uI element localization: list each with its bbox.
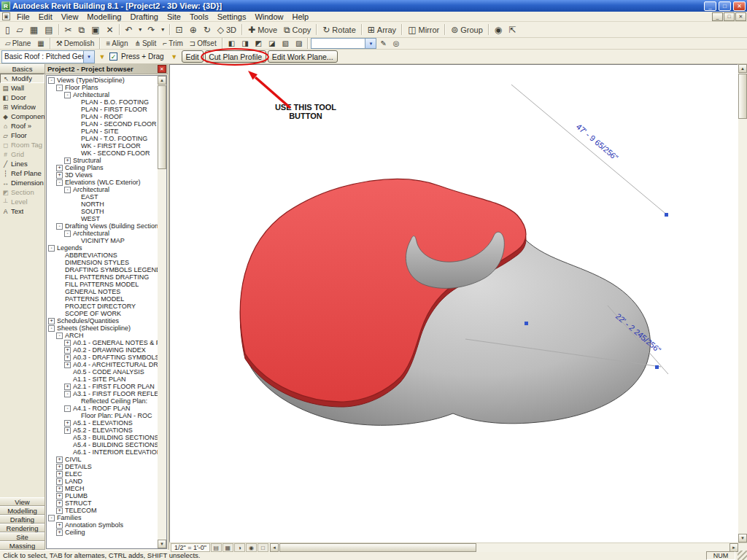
tree-item[interactable]: - Sheets (Sheet Discipline) (47, 324, 158, 332)
tree-item[interactable]: A0.5 - CODE ANALYSIS (47, 368, 158, 376)
offset-button[interactable]: ⊐Offset (187, 39, 220, 49)
grid-surface-button[interactable]: ▦ (34, 39, 47, 49)
tree-item[interactable]: + Annotation Symbols (47, 521, 158, 529)
filter-icon[interactable]: ▼ (169, 51, 180, 63)
cut-button[interactable]: ✂ (62, 23, 75, 36)
tree-toggle[interactable]: + (64, 340, 71, 346)
menu-edit[interactable]: Edit (34, 12, 57, 22)
minimize-button[interactable]: _ (704, 1, 716, 11)
tree-item[interactable]: + A2.1 - FIRST FLOOR PLAN (47, 383, 158, 390)
menu-window[interactable]: Window (250, 12, 287, 22)
shadows-icon[interactable]: ◑ (234, 543, 245, 552)
resize-grip[interactable] (738, 551, 747, 560)
sidebar-item-component[interactable]: ◆ Component (0, 112, 44, 121)
scrollbar-thumb[interactable] (279, 543, 476, 552)
scroll-up-icon[interactable]: ▲ (738, 64, 747, 73)
reference-button[interactable]: ◎ (390, 39, 403, 49)
tree-item[interactable]: - Architectural (47, 230, 158, 237)
browser-scrollbar[interactable]: ▲ ▼ (158, 76, 166, 548)
partition-combo[interactable]: ▼ (311, 38, 376, 49)
tree-item[interactable]: GENERAL NOTES (47, 288, 158, 295)
tab-massing[interactable]: Massing (0, 541, 44, 550)
paint-button[interactable]: ◧ (225, 39, 238, 49)
tree-toggle[interactable]: + (56, 478, 63, 485)
sidebar-item-text[interactable]: A Text (0, 206, 44, 216)
tree-toggle[interactable]: + (64, 427, 71, 434)
tree-item[interactable]: A5.4 - BUILDING SECTIONS (47, 441, 158, 448)
zoom-button[interactable]: ⊕ (187, 23, 200, 36)
tab-view[interactable]: View (0, 497, 44, 506)
sidebar-item-section[interactable]: ◩ Section (0, 187, 44, 197)
scrollbar-track[interactable] (738, 120, 747, 534)
tree-item[interactable]: + STRUCT (47, 499, 158, 507)
menu-modelling[interactable]: Modelling (82, 12, 125, 22)
paste-button[interactable]: ▣ (88, 23, 102, 36)
tree-item[interactable]: - Legends (47, 244, 158, 252)
tree-item[interactable]: - A3.1 - FIRST FLOOR REFLEC (47, 390, 158, 397)
sidebar-item-grid[interactable]: # Grid (0, 149, 44, 159)
tree-toggle[interactable]: + (64, 362, 71, 368)
press-drag-checkbox[interactable]: ✓ (109, 52, 117, 61)
tree-toggle[interactable]: - (64, 391, 71, 397)
tree-item[interactable]: - Architectural (47, 91, 158, 98)
tree-item[interactable]: + A0.2 - DRAWING INDEX (47, 346, 158, 354)
mirror-button[interactable]: ◫Mirror (405, 23, 442, 36)
tree-toggle[interactable]: + (56, 529, 63, 536)
tree-item[interactable]: + ELEC (47, 470, 158, 478)
tree-item[interactable]: + A0.1 - GENERAL NOTES & PF (47, 339, 158, 346)
tree-item[interactable]: DIMENSION STYLES (47, 259, 158, 266)
tree-toggle[interactable]: + (64, 384, 71, 390)
move-button[interactable]: ✚Move (245, 23, 280, 36)
plane-button[interactable]: ▱Plane (2, 39, 34, 49)
tree-toggle[interactable]: + (56, 508, 63, 514)
tree-toggle[interactable]: + (48, 318, 55, 324)
cut-plan-profile-button[interactable]: Cut Plan Profile (205, 50, 266, 63)
menu-view[interactable]: View (57, 12, 83, 22)
tree-item[interactable]: + LAND (47, 478, 158, 485)
edit-work-plane-button[interactable]: Edit Work Plane... (268, 50, 338, 63)
canvas-vscrollbar[interactable]: ▲ ▼ (738, 64, 747, 542)
undo-button[interactable]: ↶ (123, 23, 136, 36)
3d-view-button[interactable]: ◇3D (214, 23, 239, 36)
detail-level-icon[interactable]: ▤ (211, 543, 222, 552)
tree-toggle[interactable]: - (48, 325, 55, 332)
tab-drafting[interactable]: Drafting (0, 515, 44, 524)
spin-button[interactable]: ↻ (201, 23, 214, 36)
sidebar-item-level[interactable]: ┴ Level (0, 197, 44, 206)
tree-toggle[interactable]: - (64, 230, 71, 237)
tree-toggle[interactable]: - (56, 179, 63, 186)
tree-toggle[interactable]: - (56, 223, 63, 230)
sidebar-item-lines[interactable]: ╱ Lines (0, 159, 44, 168)
align-button[interactable]: ≡Align (103, 39, 131, 49)
drag-handle[interactable] (655, 365, 659, 369)
tree-toggle[interactable]: + (56, 500, 63, 507)
sidebar-item-roof[interactable]: ⌂ Roof » (0, 121, 44, 131)
tree-item[interactable]: VICINITY MAP (47, 237, 158, 244)
panel-close-icon[interactable]: ✕ (158, 65, 166, 73)
tree-item[interactable]: PLAN - T.O. FOOTING (47, 135, 158, 142)
sidebar-item-dimension[interactable]: ↔ Dimension (0, 178, 44, 187)
sidebar-item-room-tag[interactable]: ◻ Room Tag (0, 140, 44, 149)
tree-item[interactable]: Reflected Ceiling Plan: (47, 397, 158, 405)
tree-item[interactable]: - Families (47, 514, 158, 521)
tree-item[interactable]: SCOPE OF WORK (47, 310, 158, 317)
tree-item[interactable]: PLAN - SITE (47, 128, 158, 135)
sidebar-item-window[interactable]: ⊞ Window (0, 102, 44, 112)
tree-toggle[interactable]: - (48, 77, 55, 84)
join-geometry-button[interactable]: ◪ (266, 39, 278, 49)
tree-item[interactable]: + CIVIL (47, 456, 158, 463)
tab-site[interactable]: Site (0, 532, 44, 541)
pin-button[interactable]: ◉ (492, 23, 505, 36)
mdi-close-button[interactable]: ✕ (735, 12, 746, 21)
tree-item[interactable]: SOUTH (47, 208, 158, 215)
tree-item[interactable]: - Views (Type/Discipline) (47, 77, 158, 84)
tree-item[interactable]: ABBREVIATIONS (47, 252, 158, 259)
scroll-up-icon[interactable]: ▲ (158, 76, 166, 85)
scroll-down-icon[interactable]: ▼ (738, 534, 747, 542)
tree-item[interactable]: FILL PATTERNS DRAFTING (47, 273, 158, 281)
tree-item[interactable]: - Floor Plans (47, 84, 158, 91)
open-button[interactable]: ▱ (14, 23, 26, 36)
tree-item[interactable]: + A5.1 - ELEVATIONS (47, 419, 158, 427)
tree-item[interactable]: + Ceiling (47, 529, 158, 536)
rotate-button[interactable]: ↻Rotate (320, 23, 358, 36)
